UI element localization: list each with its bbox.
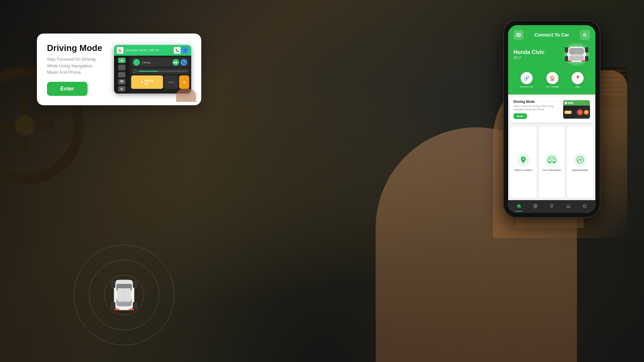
phone-mockup: Connect To Car ⚙ Honda Civic 2017 [503,20,600,218]
garage-btn[interactable]: 🏠 Your Garage [546,72,559,88]
phone-bottom-nav [508,200,595,213]
phone-car-image [563,43,590,66]
phone-driving-mode-section: Driving Mode Stay Focused On Driving, Wh… [510,97,593,122]
driving-mode-card: Driving Mode Stay Focused On Driving, Wh… [37,34,201,105]
driving-mode-title: Driving Mode [47,43,104,53]
phone-header-title: Connect To Car [534,32,569,38]
phone-driving-title: Driving Mode [514,100,560,104]
phone-enter-button[interactable]: Enter [514,113,527,119]
settings-button[interactable]: ⚙ [580,30,590,40]
car-name: Honda Civic [514,49,544,55]
share-location-btn[interactable]: Share Location [510,126,537,198]
nav-location[interactable] [549,203,554,209]
car-radar-display [74,245,174,345]
share-location-label: Share Location [514,169,532,172]
svg-point-28 [580,160,581,161]
nav-car[interactable] [566,203,571,209]
speedometer-btn[interactable]: Speedometer [567,126,593,198]
nav-shield[interactable] [533,203,538,209]
radar-ring-inner [104,275,144,315]
phone-driving-desc: Stay Focused On Driving, While Using Nav… [514,105,560,111]
svg-point-23 [548,161,550,163]
phone-top-section: Connect To Car ⚙ Honda Civic 2017 [508,25,595,95]
map-label: Map [575,85,580,88]
menu-button[interactable] [514,30,524,40]
speedometer-icon [574,153,587,167]
share-location-icon [517,153,530,167]
driving-mode-text: Driving Mode Stay Focused On Driving, Wh… [47,43,104,96]
driving-mode-mini-screen: 🏠 10:43AM | MON, SEP 3# 📞 👤 🏠 📞 🎵 🗺 ⚙ [114,45,191,94]
connect-car-btn[interactable]: 🔗 Connect Car [520,72,533,88]
car-information-icon [545,153,558,167]
connect-car-label: Connect Car [520,85,533,88]
map-btn[interactable]: 📍 Map [572,72,584,88]
mini-screen-time: 10:43AM | MON, SEP 3# [125,49,159,52]
enter-button[interactable]: Enter [47,82,88,96]
phone-screen: Connect To Car ⚙ Honda Civic 2017 [508,25,595,213]
car-information-btn[interactable]: Car Information [539,126,565,198]
nav-settings[interactable] [582,203,587,209]
speedometer-label: Speedometer [572,169,588,172]
car-year: 2017 [514,56,544,60]
car-information-label: Car Information [542,169,561,172]
phone-mini-screen: ☀ 30° ● ⚙ [563,100,590,119]
mini-weather: Sunny30° [144,79,154,85]
phone-features-grid: Share Location Car Information [508,124,595,200]
driving-mode-description: Stay Focused On Driving, While Using Nav… [47,56,104,76]
phone-container: Connect To Car ⚙ Honda Civic 2017 [503,20,600,218]
garage-label: Your Garage [546,85,559,88]
nav-home[interactable] [516,203,522,209]
svg-point-24 [553,161,555,163]
